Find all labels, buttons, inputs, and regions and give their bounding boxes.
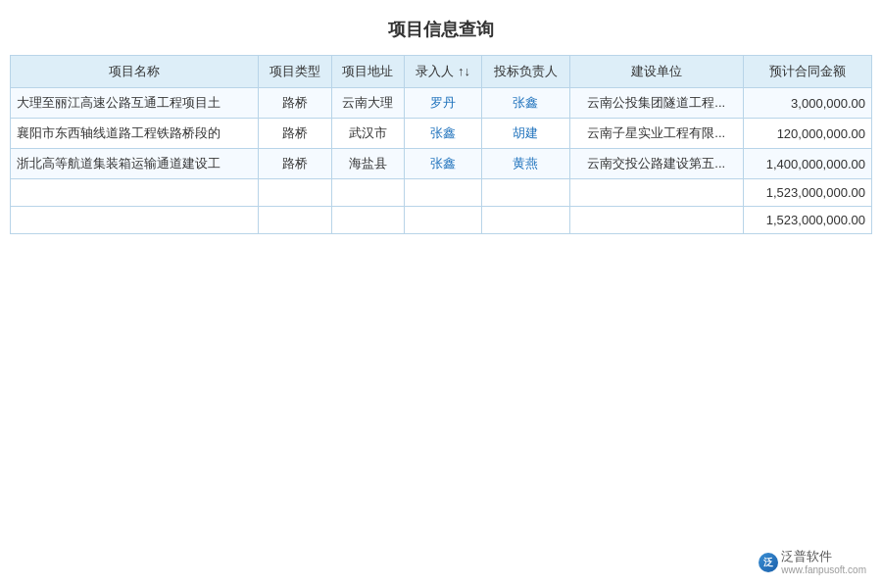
subtotal-col4	[405, 179, 482, 207]
total-col1	[11, 207, 259, 234]
total-col3	[331, 207, 405, 234]
page-title: 项目信息查询	[0, 0, 882, 55]
col-header-amount: 预计合同金额	[743, 56, 871, 88]
subtotal-col6	[569, 179, 743, 207]
watermark-url: www.fanpusoft.com	[781, 564, 866, 576]
watermark-text: 泛普软件 www.fanpusoft.com	[781, 549, 866, 576]
subtotal-col1	[11, 179, 259, 207]
col-header-builder: 建设单位	[569, 56, 743, 88]
watermark-icon-char: 泛	[763, 556, 773, 569]
row1-bidder[interactable]: 张鑫	[482, 88, 570, 119]
row1-address: 云南大理	[331, 88, 405, 119]
row3-name: 浙北高等航道集装箱运输通道建设工	[11, 149, 259, 179]
row1-amount: 3,000,000.00	[743, 88, 871, 119]
watermark-logo: 泛 泛普软件 www.fanpusoft.com	[759, 549, 866, 576]
row3-type: 路桥	[258, 149, 331, 179]
row3-address: 海盐县	[331, 149, 405, 179]
total-col6	[569, 207, 743, 234]
watermark-name: 泛普软件	[781, 549, 866, 564]
total-amount: 1,523,000,000.00	[743, 207, 871, 234]
row2-bidder[interactable]: 胡建	[482, 119, 570, 149]
subtotal-row: 1,523,000,000.00	[11, 179, 872, 207]
watermark-icon: 泛	[759, 553, 778, 572]
row3-bidder[interactable]: 黄燕	[482, 149, 570, 179]
row2-name: 襄阳市东西轴线道路工程铁路桥段的	[11, 119, 259, 149]
row1-type: 路桥	[258, 88, 331, 119]
watermark: 泛 泛普软件 www.fanpusoft.com	[759, 549, 866, 576]
total-col2	[258, 207, 331, 234]
col-header-recorder: 录入人 ↑↓	[405, 56, 482, 88]
col-header-type: 项目类型	[258, 56, 331, 88]
total-col5	[482, 207, 570, 234]
table-container: 项目名称 项目类型 项目地址 录入人 ↑↓ 投标负责人 建设单位 预计合同金额 …	[0, 55, 882, 234]
table-row[interactable]: 襄阳市东西轴线道路工程铁路桥段的 路桥 武汉市 张鑫 胡建 云南子星实业工程有限…	[11, 119, 872, 149]
row2-type: 路桥	[258, 119, 331, 149]
col-header-bidder: 投标负责人	[482, 56, 570, 88]
col-header-name: 项目名称	[11, 56, 259, 88]
total-row: 1,523,000,000.00	[11, 207, 872, 234]
row2-address: 武汉市	[331, 119, 405, 149]
table-row[interactable]: 浙北高等航道集装箱运输通道建设工 路桥 海盐县 张鑫 黄燕 云南交投公路建设第五…	[11, 149, 872, 179]
row1-name: 大理至丽江高速公路互通工程项目土	[11, 88, 259, 119]
subtotal-col2	[258, 179, 331, 207]
table-row[interactable]: 大理至丽江高速公路互通工程项目土 路桥 云南大理 罗丹 张鑫 云南公投集团隧道工…	[11, 88, 872, 119]
total-col4	[405, 207, 482, 234]
subtotal-amount: 1,523,000,000.00	[743, 179, 871, 207]
subtotal-col3	[331, 179, 405, 207]
row2-amount: 120,000,000.00	[743, 119, 871, 149]
row3-amount: 1,400,000,000.00	[743, 149, 871, 179]
table-header-row: 项目名称 项目类型 项目地址 录入人 ↑↓ 投标负责人 建设单位 预计合同金额	[11, 56, 872, 88]
row2-builder: 云南子星实业工程有限...	[569, 119, 743, 149]
col-header-address: 项目地址	[331, 56, 405, 88]
row3-builder: 云南交投公路建设第五...	[569, 149, 743, 179]
project-table: 项目名称 项目类型 项目地址 录入人 ↑↓ 投标负责人 建设单位 预计合同金额 …	[10, 55, 872, 234]
row1-recorder[interactable]: 罗丹	[405, 88, 482, 119]
row1-builder: 云南公投集团隧道工程...	[569, 88, 743, 119]
subtotal-col5	[482, 179, 570, 207]
row2-recorder[interactable]: 张鑫	[405, 119, 482, 149]
row3-recorder[interactable]: 张鑫	[405, 149, 482, 179]
